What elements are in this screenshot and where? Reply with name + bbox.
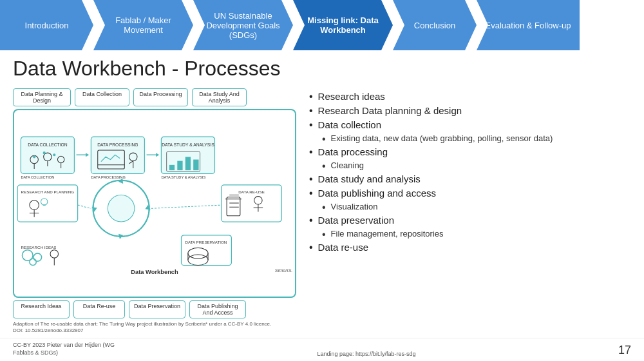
svg-text:DATA RE-USE: DATA RE-USE: [238, 190, 265, 194]
svg-text:DATA PRESERVATION: DATA PRESERVATION: [185, 240, 227, 244]
footer-left: CC-BY 2023 Pieter van der Hijden (WG Fab…: [13, 341, 115, 357]
bottom-label-3: Data Publishing And Access: [189, 300, 246, 318]
bullet-4: Data study and analysis: [309, 173, 631, 185]
top-label-2: Data Processing: [133, 88, 188, 106]
diagram-svg: DATA COLLECTION: [14, 110, 295, 297]
svg-rect-27: [177, 161, 182, 171]
bullet-1: Research Data planning & design: [309, 105, 631, 117]
nav-label: UN Sustainable Development Goals (SDGs): [198, 11, 288, 40]
page-title: Data Workbench - Processes: [13, 57, 631, 81]
nav-item-evaluation[interactable]: Evaluation & Follow-up: [477, 0, 580, 50]
svg-text:DATA PROCESSING: DATA PROCESSING: [97, 142, 138, 147]
diagram-bottom-labels: Research Ideas Data Re-use Data Preserva…: [13, 300, 296, 318]
svg-rect-28: [185, 157, 191, 170]
content-area: Data Planning &Design Data Collection Da…: [13, 88, 631, 335]
top-label-0: Data Planning &Design: [13, 88, 71, 106]
bullet-5: Data publishing and access: [309, 188, 631, 199]
footer-center: Landing page: https://bit.ly/fab-res-sdg: [317, 351, 415, 357]
bottom-label-1: Data Re-use: [73, 300, 125, 318]
bullet-3-sub-0: Cleaning: [322, 161, 631, 172]
slide: Introduction Fablab / Maker Movement UN …: [0, 0, 644, 361]
svg-point-9: [33, 155, 35, 158]
top-label-3: Data Study AndAnalysis: [192, 88, 247, 106]
nav-label: Evaluation & Follow-up: [486, 21, 571, 30]
svg-rect-26: [169, 165, 175, 170]
nav-item-conclusion[interactable]: Conclusion: [393, 0, 477, 50]
svg-text:DATA PROCESSING: DATA PROCESSING: [91, 175, 126, 179]
nav-label: Missing link: Data Workbench: [298, 15, 388, 35]
svg-rect-29: [193, 160, 198, 171]
svg-text:DATA STUDY & ANALYSIS: DATA STUDY & ANALYSIS: [162, 142, 214, 147]
svg-text:RESEARCH IDEAS: RESEARCH IDEAS: [21, 245, 56, 249]
nav-item-missing-link[interactable]: Missing link: Data Workbench: [293, 0, 393, 50]
svg-text:DATA COLLECTION: DATA COLLECTION: [21, 175, 54, 179]
svg-text:DATA STUDY & ANALYSIS: DATA STUDY & ANALYSIS: [161, 175, 205, 179]
nav-item-fablab[interactable]: Fablab / Maker Movement: [93, 0, 193, 50]
bullets-section: Research ideas Research Data planning & …: [309, 88, 631, 335]
bullet-list: Research ideas Research Data planning & …: [309, 91, 631, 256]
bullet-7: Data re-use: [309, 242, 631, 253]
bullet-2-sub-0: Existing data, new data (web grabbing, p…: [322, 133, 631, 145]
svg-point-41: [108, 195, 135, 222]
nav-item-introduction[interactable]: Introduction: [0, 0, 93, 50]
bullet-5-sub-0: Visualization: [322, 202, 631, 213]
svg-point-10: [43, 151, 46, 154]
nav-label: Introduction: [25, 21, 69, 30]
diagram-credit: Adaption of The re-usable data chart: Th…: [13, 321, 296, 335]
diagram-main: DATA COLLECTION: [13, 109, 296, 298]
svg-text:RESEARCH AND PLANNING: RESEARCH AND PLANNING: [21, 190, 75, 194]
bullet-0: Research ideas: [309, 91, 631, 102]
bullet-6: Data preservation: [309, 215, 631, 226]
svg-point-11: [53, 153, 55, 156]
nav-label: Conclusion: [414, 21, 455, 30]
svg-text:Data Workbench: Data Workbench: [131, 269, 178, 275]
bullet-6-sub-0: File management, repositories: [322, 229, 631, 240]
bullet-2: Data collection: [309, 119, 631, 131]
diagram-top-labels: Data Planning &Design Data Collection Da…: [13, 88, 296, 106]
bullet-3: Data processing: [309, 146, 631, 158]
top-label-1: Data Collection: [75, 88, 129, 106]
bottom-label-0: Research Ideas: [13, 300, 70, 318]
page-number: 17: [618, 344, 631, 357]
slide-footer: CC-BY 2023 Pieter van der Hijden (WG Fab…: [0, 338, 644, 361]
svg-text:DATA COLLECTION: DATA COLLECTION: [28, 142, 68, 147]
main-content: Data Workbench - Processes Data Planning…: [0, 50, 644, 338]
diagram-section: Data Planning &Design Data Collection Da…: [13, 88, 296, 335]
svg-text:SimonS.: SimonS.: [275, 268, 292, 273]
nav-bar: Introduction Fablab / Maker Movement UN …: [0, 0, 644, 50]
nav-item-sdgs[interactable]: UN Sustainable Development Goals (SDGs): [193, 0, 293, 50]
nav-label: Fablab / Maker Movement: [99, 15, 188, 35]
bottom-label-2: Data Preservation: [129, 300, 185, 318]
